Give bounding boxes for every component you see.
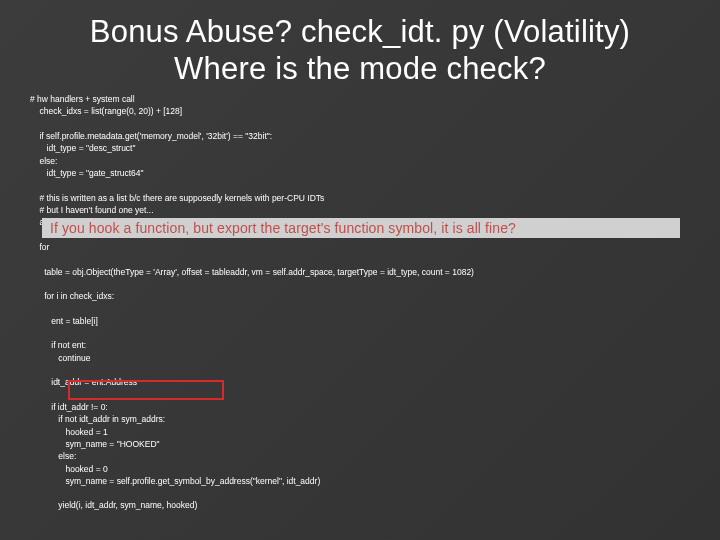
callout-banner: If you hook a function, but export the t… [42, 218, 680, 238]
slide: Bonus Abuse? check_idt. py (Volatility) … [0, 0, 720, 540]
code-block: # hw handlers + system call check_idxs =… [30, 93, 690, 512]
callout-text: If you hook a function, but export the t… [50, 220, 516, 236]
title-line-2: Where is the mode check? [174, 51, 546, 86]
slide-title: Bonus Abuse? check_idt. py (Volatility) … [30, 14, 690, 87]
title-line-1: Bonus Abuse? check_idt. py (Volatility) [90, 14, 630, 49]
